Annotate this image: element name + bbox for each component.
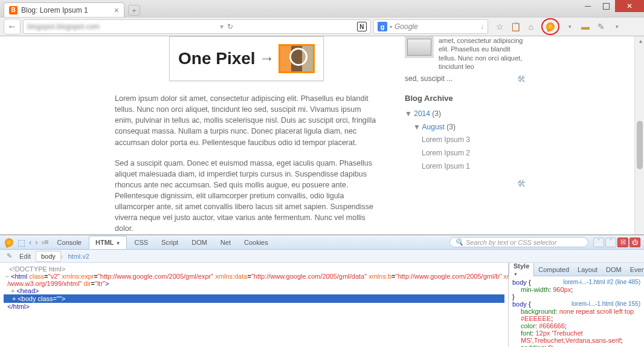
stop-icon[interactable]: ▾: [220, 22, 224, 31]
menu-icon[interactable]: [627, 21, 637, 32]
arrow-icon: →: [259, 47, 275, 70]
month-link[interactable]: August: [422, 123, 445, 131]
side-tab-events[interactable]: Events: [626, 264, 644, 275]
back-button[interactable]: ←: [4, 19, 21, 34]
scroll-up-icon[interactable]: ▴: [639, 37, 642, 44]
new-tab-button[interactable]: +: [128, 5, 140, 16]
power-panel-icon[interactable]: ⏻: [630, 238, 640, 247]
featured-image: One Pixel →: [172, 39, 321, 78]
css-prop[interactable]: background: none repeat scroll left top …: [512, 308, 640, 322]
preview-tail: sed, suscipit ... 🛠: [405, 74, 526, 83]
side-tab-dom[interactable]: DOM: [602, 264, 626, 275]
main-column: One Pixel → Lorem ipsum dolor sit amet, …: [115, 36, 381, 229]
archive-tree: ▼ 2014 (3) ▼ August (3) Lorem Ipsum 3 Lo…: [405, 108, 526, 173]
year-link[interactable]: 2014: [414, 109, 430, 118]
html-tree[interactable]: <!DOCTYPE html> −<html class="v2" xmlns:…: [0, 263, 508, 347]
side-tab-layout[interactable]: Layout: [573, 264, 602, 275]
css-prop[interactable]: padding: 0;: [512, 344, 640, 347]
firebug-icon[interactable]: [545, 21, 556, 32]
doctype-line: <!DOCTYPE html>: [4, 265, 504, 273]
tab-dom[interactable]: DOM: [185, 236, 213, 248]
preview-thumbnail: [405, 36, 434, 58]
blog-page: One Pixel → Lorem ipsum dolor sit amet, …: [0, 36, 644, 235]
picker-dd-icon[interactable]: ▾: [611, 21, 622, 32]
year-count: (3): [432, 109, 441, 118]
quickedit-icon[interactable]: 🛠: [517, 177, 526, 192]
archive-month[interactable]: ▼ August (3): [405, 121, 526, 134]
paragraph-1: Lorem ipsum dolor sit amet, consectetur …: [115, 93, 381, 148]
css-rule: body {lorem-i...-1.html (line 155): [512, 300, 640, 308]
css-prop[interactable]: min-width: 960px;: [512, 286, 640, 293]
firebug-search[interactable]: 🔍 Search by text or CSS selector: [449, 237, 588, 247]
rule-source-link[interactable]: lorem-i...-1.html (line 155): [572, 300, 640, 307]
side-tab-computed[interactable]: Computed: [534, 264, 573, 275]
reload-icon[interactable]: ↻: [227, 22, 233, 31]
home-icon[interactable]: ⌂: [526, 21, 536, 32]
search-dd-icon[interactable]: ▾: [390, 24, 392, 30]
window-titlebar: B Blog: Lorem Ipsum 1 × +: [0, 0, 644, 17]
sidebar-post-preview[interactable]: amet, consectetur adipiscing elit. Phase…: [405, 36, 526, 71]
search-go-icon[interactable]: ↓: [480, 22, 484, 31]
archive-post-link[interactable]: Lorem Ipsum 3: [405, 134, 526, 147]
firebug-highlight-circle: [541, 18, 559, 35]
expand-icon: +: [10, 295, 18, 302]
history-forward-icon[interactable]: ›: [34, 238, 39, 247]
paragraph-2: Sed a suscipit quam. Donec et euismod ma…: [115, 158, 381, 235]
reader-icon[interactable]: 📋: [510, 21, 521, 32]
rule-source-link[interactable]: lorem-i...-1.html #2 (line 485): [563, 279, 640, 285]
inspect-icon[interactable]: ⬚: [16, 237, 27, 248]
circle-overlay-icon: [289, 48, 308, 66]
url-text: blogspot.blogspot.com: [27, 22, 100, 31]
color-picker-icon[interactable]: ✎: [596, 21, 607, 32]
folder-icon[interactable]: ▬: [580, 21, 591, 32]
crumb-body[interactable]: body: [36, 251, 61, 262]
search-box[interactable]: g ▾ Google ↓: [373, 19, 488, 34]
crumb-html[interactable]: html.v2: [63, 251, 94, 261]
tab-cookies[interactable]: Cookies: [238, 236, 274, 248]
quickedit-icon[interactable]: 🛠: [517, 74, 526, 84]
firebug-dd-icon[interactable]: ▾: [564, 21, 575, 32]
minimize-panel-icon[interactable]: ˇ: [593, 238, 604, 247]
head-line[interactable]: +<head>: [4, 287, 504, 294]
month-count: (3): [446, 123, 456, 131]
tab-script[interactable]: Script: [155, 236, 184, 248]
maximize-button[interactable]: [597, 0, 615, 12]
breadcrumb-bar: ✎ Edit body ‹ html.v2: [0, 250, 644, 263]
css-rules[interactable]: body {lorem-i...-1.html #2 (line 485) mi…: [509, 276, 644, 347]
command-line-icon[interactable]: ›≡: [40, 238, 50, 247]
css-prop[interactable]: color: #666666;: [512, 322, 640, 329]
page-scrollbar[interactable]: ▴: [634, 36, 644, 235]
close-panel-icon[interactable]: ☒: [617, 238, 628, 247]
edit-mode-icon[interactable]: ✎: [4, 251, 14, 262]
firebug-side-panel: Style ▼ Computed Layout DOM Events ▸ bod…: [508, 263, 644, 347]
firebug-body: <!DOCTYPE html> −<html class="v2" xmlns:…: [0, 263, 644, 347]
chevron-down-icon: ▼: [413, 123, 420, 131]
tab-console[interactable]: Console: [51, 236, 88, 248]
bookmark-star-icon[interactable]: ☆: [494, 21, 505, 32]
body-line-selected[interactable]: +<body class="">: [4, 294, 504, 303]
archive-year[interactable]: ▼ 2014 (3): [405, 108, 526, 121]
browser-tab[interactable]: B Blog: Lorem Ipsum 1 ×: [4, 2, 124, 17]
page-viewport: One Pixel → Lorem ipsum dolor sit amet, …: [0, 36, 644, 235]
tab-html[interactable]: HTML▼: [89, 236, 127, 249]
html-open-line[interactable]: −<html class="v2" xmlns:expr="http://www…: [4, 273, 504, 280]
preview-text: amet, consectetur adipiscing elit. Phase…: [439, 36, 526, 71]
noscript-icon[interactable]: N: [357, 22, 367, 31]
history-back-icon[interactable]: ‹: [28, 238, 33, 247]
archive-post-link[interactable]: Lorem Ipsum 2: [405, 147, 526, 160]
minimize-button[interactable]: [579, 0, 597, 12]
css-prop[interactable]: font: 12px 'Trebuchet MS',Trebuchet,Verd…: [512, 329, 640, 344]
close-window-button[interactable]: [615, 0, 644, 12]
close-tab-icon[interactable]: ×: [114, 5, 119, 15]
archive-post-link[interactable]: Lorem Ipsum 1: [405, 160, 526, 174]
pixel-swatch: [279, 44, 315, 73]
tab-css[interactable]: CSS: [128, 236, 154, 248]
edit-button[interactable]: Edit: [14, 251, 36, 261]
firebug-menu-icon[interactable]: [4, 237, 14, 248]
url-bar[interactable]: blogspot.blogspot.com ▾ ↻ N: [23, 19, 371, 34]
detach-panel-icon[interactable]: ˆ: [605, 238, 616, 247]
scrollbar-thumb[interactable]: [637, 121, 643, 169]
tab-net[interactable]: Net: [214, 236, 237, 248]
chevron-down-icon: ▼: [405, 109, 412, 118]
side-tabbar: Style ▼ Computed Layout DOM Events ▸: [509, 263, 644, 276]
